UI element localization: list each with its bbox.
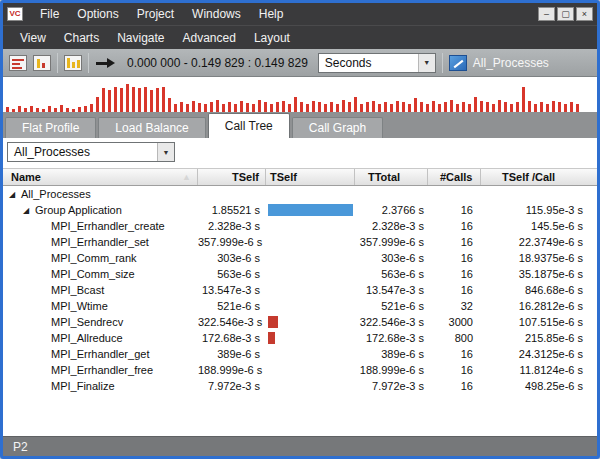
function-name: MPI_Bcast	[51, 284, 104, 296]
tab-call-graph[interactable]: Call Graph	[292, 117, 383, 138]
menu-bar: View Charts Navigate Advanced Layout	[3, 25, 597, 49]
table-row[interactable]: MPI_Comm_rank 303e-6 s 303e-6 s 16 18.93…	[3, 250, 597, 266]
app-icon: VC	[7, 7, 23, 21]
table-row[interactable]: MPI_Wtime 521e-6 s 521e-6 s 32 16.2812e-…	[3, 298, 597, 314]
expander-icon[interactable]: ◢	[9, 190, 21, 199]
call-tree-panel: All_Processes ▼ Name ▲ TSelf TSelf TTota…	[3, 138, 597, 417]
table-row[interactable]: ◢All_Processes	[3, 186, 597, 202]
tself-bar	[268, 316, 278, 328]
tab-flat-profile[interactable]: Flat Profile	[5, 117, 96, 138]
table-row[interactable]: ◢Group Application 1.85521 s 2.3766 s 16…	[3, 202, 597, 218]
column-header-tself-bar[interactable]: TSelf	[266, 169, 355, 185]
process-scope-label: All_Processes	[473, 56, 549, 70]
process-select[interactable]: All_Processes ▼	[7, 142, 175, 162]
menu-advanced[interactable]: Advanced	[174, 29, 245, 47]
menu-project[interactable]: Project	[128, 5, 183, 23]
column-header-tself[interactable]: TSelf	[198, 169, 266, 185]
menu-file[interactable]: File	[31, 5, 68, 23]
toolbar: 0.000 000 - 0.149 829 : 0.149 829 Second…	[3, 49, 597, 77]
tself-bar	[268, 204, 353, 216]
expander-icon[interactable]: ◢	[23, 206, 35, 215]
flat-profile-icon[interactable]	[9, 55, 27, 71]
function-name: MPI_Sendrecv	[51, 316, 123, 328]
title-bar: VC File Options Project Windows Help – ▢…	[3, 3, 597, 25]
sort-ascending-icon: ▲	[182, 172, 191, 182]
tself-bar	[268, 332, 275, 344]
table-row[interactable]: MPI_Errhandler_free 188.999e-6 s 188.999…	[3, 362, 597, 378]
time-unit-select[interactable]: Seconds ▼	[318, 53, 436, 73]
table-header-row: Name ▲ TSelf TSelf TTotal #Calls TSelf /…	[3, 168, 597, 186]
minimize-button[interactable]: –	[538, 7, 555, 21]
column-header-ttotal[interactable]: TTotal	[355, 169, 428, 185]
status-process-label: P2	[13, 440, 28, 454]
function-name: MPI_Errhandler_create	[51, 220, 165, 232]
chevron-down-icon[interactable]: ▼	[157, 143, 174, 161]
menu-navigate[interactable]: Navigate	[108, 29, 173, 47]
time-unit-value: Seconds	[319, 56, 418, 70]
table-row[interactable]: MPI_Errhandler_get 389e-6 s 389e-6 s 16 …	[3, 346, 597, 362]
call-tree-table: Name ▲ TSelf TSelf TTotal #Calls TSelf /…	[3, 168, 597, 394]
menu-layout[interactable]: Layout	[245, 29, 299, 47]
menu-charts[interactable]: Charts	[55, 29, 108, 47]
function-name: MPI_Finalize	[51, 380, 115, 392]
function-name: MPI_Comm_rank	[51, 252, 137, 264]
table-row[interactable]: MPI_Sendrecv 322.546e-3 s 322.546e-3 s 3…	[3, 314, 597, 330]
zoom-apply-icon[interactable]	[95, 55, 117, 71]
chevron-down-icon[interactable]: ▼	[418, 54, 435, 72]
table-row[interactable]: MPI_Comm_size 563e-6 s 563e-6 s 16 35.18…	[3, 266, 597, 282]
function-name: MPI_Errhandler_get	[51, 348, 149, 360]
table-row[interactable]: MPI_Finalize 7.972e-3 s 7.972e-3 s 16 49…	[3, 378, 597, 394]
close-button[interactable]: ×	[576, 7, 593, 21]
function-name: MPI_Errhandler_set	[51, 236, 149, 248]
function-name: All_Processes	[21, 188, 91, 200]
function-name: Group Application	[35, 204, 122, 216]
tab-call-tree[interactable]: Call Tree	[208, 113, 290, 138]
menu-view[interactable]: View	[11, 29, 55, 47]
column-header-name[interactable]: Name ▲	[3, 169, 198, 185]
tab-strip: Flat Profile Load Balance Call Tree Call…	[3, 113, 597, 138]
maximize-button[interactable]: ▢	[557, 7, 574, 21]
timeline-histogram[interactable]	[3, 77, 597, 113]
menu-help[interactable]: Help	[250, 5, 293, 23]
menu-options[interactable]: Options	[68, 5, 127, 23]
menu-windows[interactable]: Windows	[183, 5, 250, 23]
function-name: MPI_Errhandler_free	[51, 364, 153, 376]
function-summary-icon[interactable]	[64, 55, 82, 71]
process-select-value: All_Processes	[8, 145, 157, 159]
toolbar-separator	[442, 53, 443, 73]
toolbar-separator	[88, 53, 89, 73]
status-bar: P2	[3, 436, 597, 456]
function-name: MPI_Wtime	[51, 300, 108, 312]
table-row[interactable]: MPI_Allreduce 172.68e-3 s 172.68e-3 s 80…	[3, 330, 597, 346]
app-window: VC File Options Project Windows Help – ▢…	[0, 0, 600, 459]
table-row[interactable]: MPI_Errhandler_set 357.999e-6 s 357.999e…	[3, 234, 597, 250]
table-row[interactable]: MPI_Bcast 13.547e-3 s 13.547e-3 s 16 846…	[3, 282, 597, 298]
function-name: MPI_Allreduce	[51, 332, 123, 344]
column-header-tself-call[interactable]: TSelf /Call	[481, 169, 595, 185]
tab-load-balance[interactable]: Load Balance	[98, 117, 205, 138]
function-name: MPI_Comm_size	[51, 268, 135, 280]
toolbar-separator	[57, 53, 58, 73]
table-row[interactable]: MPI_Errhandler_create 2.328e-3 s 2.328e-…	[3, 218, 597, 234]
time-range-display: 0.000 000 - 0.149 829 : 0.149 829	[123, 56, 312, 70]
process-filter-icon[interactable]	[449, 55, 467, 71]
column-header-calls[interactable]: #Calls	[428, 169, 481, 185]
context-info-icon[interactable]	[33, 55, 51, 71]
